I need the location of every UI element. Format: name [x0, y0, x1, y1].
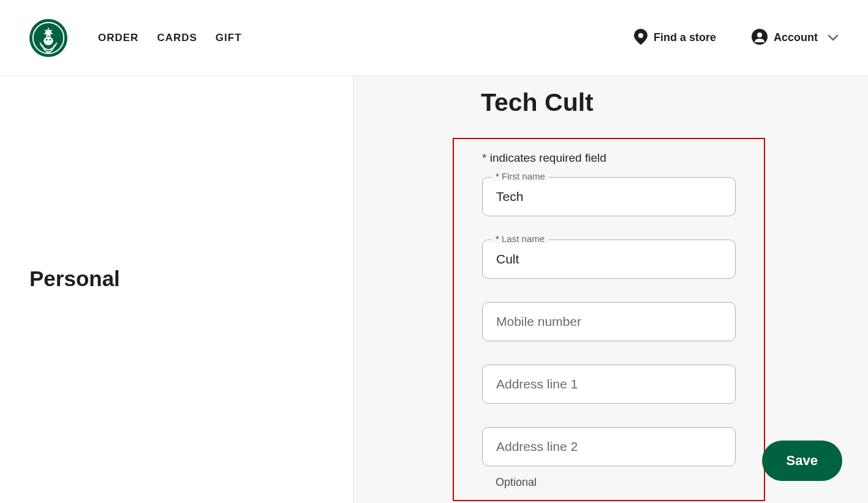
mobile-input[interactable] [482, 302, 736, 341]
required-note-text: indicates required field [486, 151, 606, 164]
first-name-input[interactable] [482, 177, 736, 216]
header: ORDER CARDS GIFT Find a store Account [0, 0, 868, 76]
right-panel: Tech Cult * indicates required field * F… [353, 76, 868, 503]
left-panel: Personal [0, 76, 353, 503]
form-content: Tech Cult * indicates required field * F… [481, 88, 769, 501]
nav-order[interactable]: ORDER [98, 32, 138, 44]
svg-point-4 [49, 39, 51, 40]
last-name-label: * Last name [492, 233, 548, 244]
chevron-down-icon [828, 34, 839, 42]
first-name-field: * First name [482, 177, 736, 216]
address2-helper: Optional [482, 476, 736, 489]
last-name-input[interactable] [482, 240, 736, 279]
main: Personal Tech Cult * indicates required … [0, 76, 868, 503]
svg-point-2 [43, 37, 53, 45]
svg-point-7 [757, 32, 762, 37]
first-name-label: * First name [492, 171, 549, 181]
address1-input[interactable] [482, 365, 736, 404]
header-right: Find a store Account [634, 29, 839, 47]
find-store-text: Find a store [654, 31, 716, 44]
form-highlight: * indicates required field * First name … [453, 138, 765, 501]
last-name-field: * Last name [482, 240, 736, 279]
section-title: Personal [29, 267, 120, 291]
address1-field [482, 365, 736, 404]
find-store-link[interactable]: Find a store [634, 29, 716, 47]
nav-cards[interactable]: CARDS [157, 32, 197, 44]
address2-input[interactable] [482, 427, 736, 466]
account-text: Account [774, 31, 818, 44]
starbucks-logo[interactable] [29, 19, 67, 57]
mobile-field [482, 302, 736, 341]
svg-point-5 [638, 33, 643, 38]
save-button[interactable]: Save [762, 441, 842, 481]
svg-point-3 [46, 39, 48, 40]
address2-field: Optional [482, 427, 736, 489]
location-pin-icon [634, 29, 647, 47]
main-nav: ORDER CARDS GIFT [98, 32, 242, 44]
page-title: Tech Cult [481, 88, 769, 117]
required-note: * indicates required field [482, 151, 736, 165]
nav-gift[interactable]: GIFT [216, 32, 242, 44]
account-icon [752, 29, 768, 47]
account-menu[interactable]: Account [752, 29, 839, 47]
